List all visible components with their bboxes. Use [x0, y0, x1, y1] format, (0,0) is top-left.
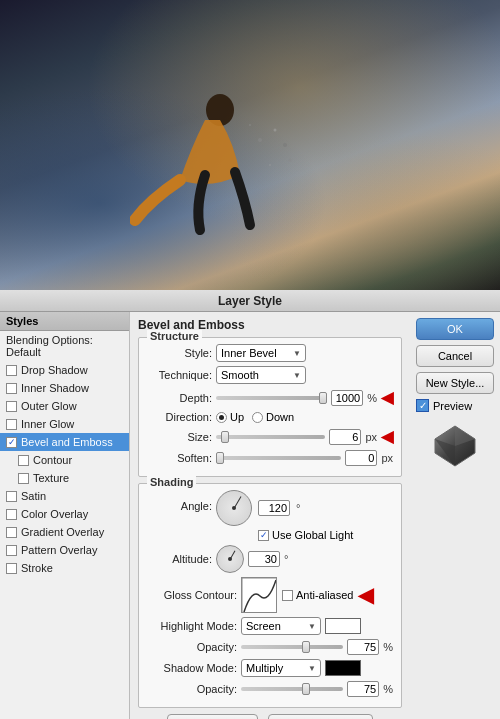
highlight-mode-field-label: Highlight Mode: — [147, 620, 237, 632]
sidebar-item-bevel-emboss[interactable]: Bevel and Emboss — [0, 433, 129, 451]
style-field-label: Style: — [147, 347, 212, 359]
make-default-button[interactable]: Make Default — [167, 714, 258, 719]
pattern-overlay-checkbox[interactable] — [6, 545, 17, 556]
gradient-overlay-checkbox[interactable] — [6, 527, 17, 538]
gem-preview — [430, 421, 480, 471]
preview-checkbox[interactable] — [416, 399, 429, 412]
outer-glow-checkbox[interactable] — [6, 401, 17, 412]
shadow-color-swatch[interactable] — [325, 660, 361, 676]
texture-checkbox[interactable] — [18, 473, 29, 484]
sidebar-item-inner-shadow[interactable]: Inner Shadow — [0, 379, 129, 397]
reset-to-default-button[interactable]: Reset to Default — [268, 714, 373, 719]
structure-label: Structure — [147, 330, 202, 342]
color-overlay-checkbox[interactable] — [6, 509, 17, 520]
shadow-opacity-slider-track[interactable] — [241, 687, 343, 691]
technique-dropdown[interactable]: Smooth ▼ — [216, 366, 306, 384]
shadow-mode-dropdown[interactable]: Multiply ▼ — [241, 659, 321, 677]
sidebar-item-inner-glow[interactable]: Inner Glow — [0, 415, 129, 433]
highlight-opacity-value-input[interactable] — [347, 639, 379, 655]
depth-slider-thumb[interactable] — [319, 392, 327, 404]
highlight-opacity-slider-track[interactable] — [241, 645, 343, 649]
angle-input-row: ° — [216, 490, 353, 526]
soften-slider-track[interactable] — [216, 456, 341, 460]
shadow-opacity-thumb[interactable] — [302, 683, 310, 695]
inner-glow-checkbox[interactable] — [6, 419, 17, 430]
angle-value-input[interactable] — [258, 500, 290, 516]
soften-slider-thumb[interactable] — [216, 452, 224, 464]
right-panel: OK Cancel New Style... Preview — [410, 312, 500, 719]
svg-point-2 — [274, 129, 277, 132]
depth-unit: % — [367, 392, 377, 404]
shading-section: Shading Angle: ° Use Global L — [138, 483, 402, 708]
size-slider-thumb[interactable] — [221, 431, 229, 443]
size-field-label: Size: — [147, 431, 212, 443]
size-row: Size: px ◀ — [147, 427, 393, 446]
figure-silhouette — [130, 90, 310, 250]
gloss-contour-preview[interactable] — [241, 577, 277, 613]
photo-background — [0, 0, 500, 290]
ok-button[interactable]: OK — [416, 318, 494, 340]
angle-row: Angle: ° Use Global Light — [147, 490, 393, 541]
depth-slider-track[interactable] — [216, 396, 327, 400]
soften-row: Soften: px — [147, 450, 393, 466]
stroke-checkbox[interactable] — [6, 563, 17, 574]
style-dropdown[interactable]: Inner Bevel ▼ — [216, 344, 306, 362]
altitude-value-input[interactable] — [248, 551, 280, 567]
gloss-contour-row: Gloss Contour: Anti-aliased ◀ — [147, 577, 393, 613]
depth-red-arrow: ◀ — [381, 388, 393, 407]
drop-shadow-checkbox[interactable] — [6, 365, 17, 376]
sidebar-item-texture[interactable]: Texture — [0, 469, 129, 487]
middle-panel: Bevel and Emboss Structure Style: Inner … — [130, 312, 410, 719]
sidebar-item-drop-shadow[interactable]: Drop Shadow — [0, 361, 129, 379]
highlight-mode-arrow: ▼ — [308, 622, 316, 631]
sidebar-item-stroke[interactable]: Stroke — [0, 559, 129, 577]
direction-down-radio[interactable] — [252, 412, 263, 423]
contour-label: Contour — [33, 454, 72, 466]
shadow-mode-row: Shadow Mode: Multiply ▼ — [147, 659, 393, 677]
highlight-mode-dropdown[interactable]: Screen ▼ — [241, 617, 321, 635]
inner-shadow-checkbox[interactable] — [6, 383, 17, 394]
angle-dial[interactable] — [216, 490, 252, 526]
direction-radio-group: Up Down — [216, 411, 294, 423]
sidebar-item-pattern-overlay[interactable]: Pattern Overlay — [0, 541, 129, 559]
contour-checkbox[interactable] — [18, 455, 29, 466]
altitude-line — [230, 551, 236, 560]
angle-field-label: Angle: — [147, 490, 212, 512]
depth-value-input[interactable] — [331, 390, 363, 406]
sidebar-item-color-overlay[interactable]: Color Overlay — [0, 505, 129, 523]
sidebar-item-gradient-overlay[interactable]: Gradient Overlay — [0, 523, 129, 541]
soften-value-input[interactable] — [345, 450, 377, 466]
style-dropdown-arrow: ▼ — [293, 349, 301, 358]
sidebar-item-satin[interactable]: Satin — [0, 487, 129, 505]
highlight-opacity-thumb[interactable] — [302, 641, 310, 653]
size-value-input[interactable] — [329, 429, 361, 445]
anti-aliased-label: Anti-aliased — [296, 589, 353, 601]
altitude-row: Altitude: ° — [147, 545, 393, 573]
bevel-emboss-checkbox[interactable] — [6, 437, 17, 448]
anti-aliased-checkbox[interactable] — [282, 590, 293, 601]
shadow-mode-value: Multiply — [246, 662, 283, 674]
inner-shadow-label: Inner Shadow — [21, 382, 89, 394]
preview-option[interactable]: Preview — [416, 399, 494, 412]
highlight-color-swatch[interactable] — [325, 618, 361, 634]
shadow-opacity-value-input[interactable] — [347, 681, 379, 697]
svg-point-3 — [249, 124, 251, 126]
svg-point-5 — [289, 159, 292, 162]
contour-red-arrow: ◀ — [358, 583, 373, 607]
altitude-dial[interactable] — [216, 545, 244, 573]
global-light-checkbox[interactable] — [258, 530, 269, 541]
direction-up-radio[interactable] — [216, 412, 227, 423]
technique-field-label: Technique: — [147, 369, 212, 381]
shadow-mode-arrow: ▼ — [308, 664, 316, 673]
size-slider-track[interactable] — [216, 435, 325, 439]
sidebar-item-contour[interactable]: Contour — [0, 451, 129, 469]
new-style-button[interactable]: New Style... — [416, 372, 494, 394]
cancel-button[interactable]: Cancel — [416, 345, 494, 367]
satin-checkbox[interactable] — [6, 491, 17, 502]
anti-aliased-option[interactable]: Anti-aliased — [282, 589, 353, 601]
altitude-controls: ° — [216, 545, 288, 573]
direction-down-option[interactable]: Down — [252, 411, 294, 423]
sidebar-item-outer-glow[interactable]: Outer Glow — [0, 397, 129, 415]
sidebar-item-blending[interactable]: Blending Options: Default — [0, 331, 129, 361]
direction-up-option[interactable]: Up — [216, 411, 244, 423]
